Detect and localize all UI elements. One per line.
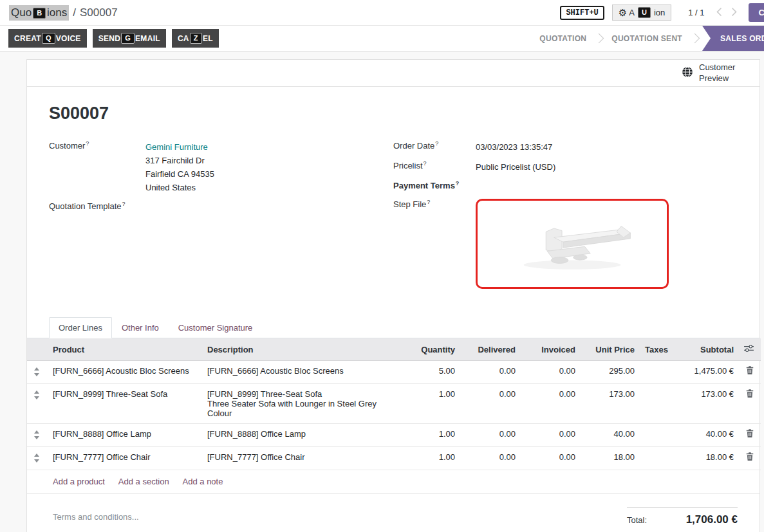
header-unit-price[interactable]: Unit Price	[581, 338, 640, 361]
cell-taxes[interactable]	[640, 424, 669, 447]
action-menu-button[interactable]: ⚙ AUion	[612, 5, 671, 21]
order-lines-table: Product Description Quantity Delivered I…	[27, 338, 761, 470]
cell-invoiced[interactable]: 0.00	[521, 424, 581, 447]
order-date-field: Order Date? 03/03/2023 13:35:47	[393, 140, 738, 154]
delete-row-icon[interactable]	[746, 429, 754, 439]
tab-other-info[interactable]: Other Info	[112, 317, 169, 338]
total-label: Total:	[627, 515, 647, 525]
cell-description[interactable]: [FURN_6666] Acoustic Bloc Screens	[202, 361, 400, 384]
create-invoice-button[interactable]: CREATQVOICE	[8, 29, 87, 48]
pager-next-icon[interactable]	[731, 7, 737, 19]
notebook-tabs: Order Lines Other Info Customer Signatur…	[27, 317, 759, 338]
header-subtotal[interactable]: Subtotal	[669, 338, 739, 361]
cell-subtotal: 1,475.00 €	[669, 361, 739, 384]
cell-delivered[interactable]: 0.00	[460, 361, 521, 384]
cell-delivered[interactable]: 0.00	[460, 384, 521, 424]
cell-unit-price[interactable]: 173.00	[581, 384, 640, 424]
customer-field: Customer? Gemini Furniture 317 Fairchild…	[49, 140, 393, 194]
tab-customer-signature[interactable]: Customer Signature	[169, 317, 263, 338]
delete-row-icon[interactable]	[746, 452, 754, 463]
status-quotation[interactable]: QUOTATION	[529, 26, 597, 51]
cell-quantity[interactable]: 5.00	[400, 361, 460, 384]
add-a-product-link[interactable]: Add a product	[53, 477, 105, 486]
header-product[interactable]: Product	[48, 338, 202, 361]
cell-unit-price[interactable]: 18.00	[581, 447, 640, 470]
cell-taxes[interactable]	[640, 361, 669, 384]
pricelist-value[interactable]: Public Pricelist (USD)	[476, 160, 555, 174]
create-invoice-label-post: VOICE	[56, 34, 81, 43]
action-buttons: CREATQVOICE SENDGEMAIL CAZEL	[0, 26, 219, 51]
header-taxes[interactable]: Taxes	[640, 338, 669, 361]
cell-taxes[interactable]	[640, 384, 669, 424]
cell-quantity[interactable]: 1.00	[400, 384, 460, 424]
table-header-row: Product Description Quantity Delivered I…	[27, 338, 761, 361]
breadcrumb-parent-text-post: ions	[47, 6, 67, 19]
status-sales-order-active[interactable]: SALES ORDER	[702, 26, 764, 51]
add-a-section-link[interactable]: Add a section	[118, 477, 169, 486]
delete-row-icon[interactable]	[746, 366, 754, 376]
drag-handle-icon[interactable]	[33, 366, 40, 378]
cell-delivered[interactable]: 0.00	[460, 424, 521, 447]
terms-and-conditions-input[interactable]: Terms and conditions...	[53, 512, 139, 526]
cancel-label-post: EL	[203, 34, 213, 43]
quotation-template-field[interactable]: Quotation Template?	[49, 201, 393, 211]
table-row[interactable]: [FURN_8888] Office Lamp [FURN_8888] Offi…	[27, 424, 761, 447]
header-delivered[interactable]: Delivered	[460, 338, 521, 361]
create-invoice-label-pre: CREAT	[14, 34, 41, 43]
cell-delivered[interactable]: 0.00	[460, 447, 521, 470]
step-file-field: Step File?	[393, 199, 738, 289]
help-icon: ?	[435, 140, 438, 147]
add-a-note-link[interactable]: Add a note	[183, 477, 223, 486]
cell-quantity[interactable]: 1.00	[400, 424, 460, 447]
cancel-button[interactable]: CAZEL	[172, 29, 219, 48]
table-row[interactable]: [FURN_8999] Three-Seat Sofa [FURN_8999] …	[27, 384, 761, 424]
customer-link[interactable]: Gemini Furniture	[145, 142, 208, 152]
optional-columns-icon[interactable]	[744, 345, 754, 354]
cell-unit-price[interactable]: 40.00	[581, 424, 640, 447]
cell-product[interactable]: [FURN_8888] Office Lamp	[48, 424, 202, 447]
order-date-value[interactable]: 03/03/2023 13:35:47	[476, 140, 552, 154]
keyboard-hint-u: U	[638, 7, 651, 19]
cell-product[interactable]: [FURN_7777] Office Chair	[48, 447, 202, 470]
drag-handle-icon[interactable]	[33, 389, 40, 401]
header-description[interactable]: Description	[202, 338, 400, 361]
customer-label-text: Customer	[49, 141, 85, 151]
topbar-right: SHIFT+U ⚙ AUion 1 / 1 Create	[560, 3, 764, 22]
order-date-label-text: Order Date	[393, 141, 434, 151]
globe-icon	[682, 66, 693, 80]
cell-description[interactable]: [FURN_8888] Office Lamp	[202, 424, 400, 447]
cell-taxes[interactable]	[640, 447, 669, 470]
cell-product[interactable]: [FURN_6666] Acoustic Bloc Screens	[48, 361, 202, 384]
delete-row-icon[interactable]	[746, 389, 754, 399]
create-button[interactable]: Create	[749, 3, 764, 22]
cell-unit-price[interactable]: 295.00	[581, 361, 640, 384]
step-file-image[interactable]	[476, 199, 669, 289]
table-row[interactable]: [FURN_7777] Office Chair [FURN_7777] Off…	[27, 447, 761, 470]
breadcrumb-quotations-link[interactable]: QuoBions	[9, 5, 69, 21]
cell-description[interactable]: [FURN_7777] Office Chair	[202, 447, 400, 470]
header-quantity[interactable]: Quantity	[400, 338, 460, 361]
breadcrumb-bar: QuoBions / S00007 SHIFT+U ⚙ AUion 1 / 1 …	[0, 0, 764, 26]
drag-handle-icon[interactable]	[33, 452, 40, 464]
shortcut-badge: SHIFT+U	[560, 6, 604, 20]
help-icon: ?	[424, 160, 427, 167]
send-email-button[interactable]: SENDGEMAIL	[93, 29, 166, 48]
tab-order-lines[interactable]: Order Lines	[49, 317, 112, 338]
cell-invoiced[interactable]: 0.00	[521, 361, 581, 384]
cell-product[interactable]: [FURN_8999] Three-Seat Sofa	[48, 384, 202, 424]
cell-quantity[interactable]: 1.00	[400, 447, 460, 470]
cell-description[interactable]: [FURN_8999] Three-Seat Sofa Three Seater…	[202, 384, 400, 424]
cell-invoiced[interactable]: 0.00	[521, 384, 581, 424]
status-quotation-sent[interactable]: QUOTATION SENT	[601, 26, 693, 51]
help-icon: ?	[456, 180, 460, 187]
sheet-button-box: Customer Preview	[27, 60, 759, 87]
keyboard-hint-q: Q	[42, 33, 55, 44]
pager-previous-icon[interactable]	[716, 7, 722, 19]
cell-invoiced[interactable]: 0.00	[521, 447, 581, 470]
pager-value: 1 / 1	[688, 8, 704, 17]
table-row[interactable]: [FURN_6666] Acoustic Bloc Screens [FURN_…	[27, 361, 761, 384]
drag-handle-icon[interactable]	[33, 429, 40, 441]
header-invoiced[interactable]: Invoiced	[521, 338, 581, 361]
customer-preview-button[interactable]: Customer Preview	[682, 62, 743, 84]
send-email-label-post: EMAIL	[135, 34, 160, 43]
